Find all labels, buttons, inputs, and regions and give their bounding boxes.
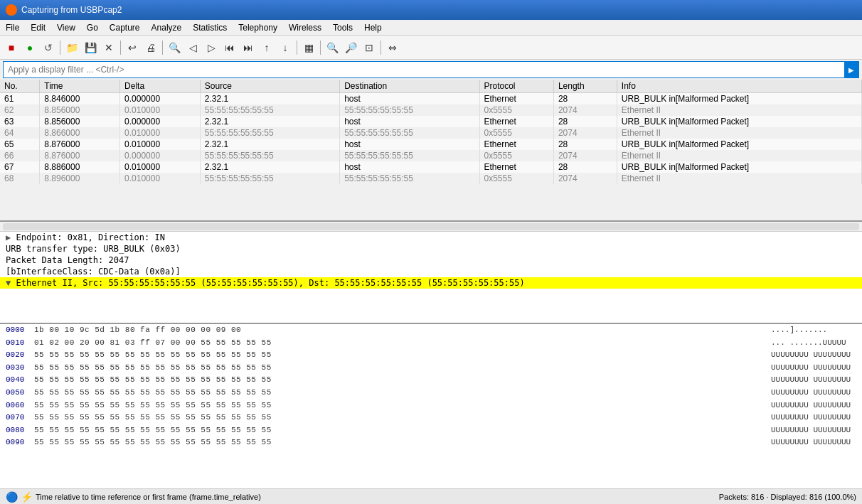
table-row[interactable]: 638.8560000.0000002.32.1hostEthernet28UR… [0,116,862,127]
hex-bytes: 55 55 55 55 55 55 55 55 55 55 55 55 55 5… [34,412,764,424]
close-file-btn[interactable]: ✕ [100,39,117,56]
hex-offset: 0050 [6,387,34,400]
toolbar-separator [120,41,121,55]
detail-text: Endpoint: 0x81, Direction: IN [16,232,165,242]
find-btn[interactable]: 🔍 [166,39,183,56]
hex-ascii: UUUUUUUU UUUUUUUU [771,436,856,449]
col-header-delta[interactable]: Delta [120,80,201,93]
detail-text: [bInterfaceClass: CDC-Data (0x0a)] [6,267,181,277]
detail-text: Ethernet II, Src: 55:55:55:55:55:55 (55:… [16,278,524,288]
zoom-in-btn[interactable]: 🔍 [324,39,341,56]
menu-item-tools[interactable]: Tools [327,21,358,34]
status-icon-expert[interactable]: ⚡ [21,491,33,503]
hex-ascii: UUUUUUUU UUUUUUUU [771,400,856,412]
col-header-length[interactable]: Length [553,80,617,93]
zoom-reset-btn[interactable]: ⊡ [361,39,378,56]
reload-btn[interactable]: ↩ [124,39,141,56]
hex-offset: 0060 [6,400,34,412]
open-file-btn[interactable]: 📁 [63,39,80,56]
menu-item-capture[interactable]: Capture [104,21,146,34]
table-row[interactable]: 618.8460000.0000002.32.1hostEthernet28UR… [0,93,862,105]
status-icon-profile[interactable]: 🔵 [6,491,18,503]
detail-expander: ▶ [6,232,16,242]
menu-item-go[interactable]: Go [81,21,104,34]
horizontal-scrollbar[interactable] [0,222,862,232]
hex-bytes: 55 55 55 55 55 55 55 55 55 55 55 55 55 5… [34,362,764,375]
hex-offset: 0000 [6,324,34,337]
table-row[interactable]: 648.8660000.01000055:55:55:55:55:5555:55… [0,127,862,139]
detail-row[interactable]: URB transfer type: URB_BULK (0x03) [0,243,862,254]
go-first-btn[interactable]: ⏮ [221,39,238,56]
detail-row[interactable]: ▼ Ethernet II, Src: 55:55:55:55:55:55 (5… [0,277,862,289]
hex-row: 003055 55 55 55 55 55 55 55 55 55 55 55 … [0,362,862,375]
col-header-info[interactable]: Info [617,80,861,93]
menu-item-help[interactable]: Help [358,21,388,34]
menu-item-edit[interactable]: Edit [25,21,51,34]
table-row[interactable]: 658.8760000.0100002.32.1hostEthernet28UR… [0,139,862,150]
hex-bytes: 55 55 55 55 55 55 55 55 55 55 55 55 55 5… [34,349,764,362]
packet-list-body[interactable]: 618.8460000.0000002.32.1hostEthernet28UR… [0,93,862,185]
hex-pane[interactable]: 00001b 00 10 9c 5d 1b 80 fa ff 00 00 00 … [0,324,862,488]
hex-offset: 0010 [6,337,34,350]
menu-item-wireless[interactable]: Wireless [283,21,327,34]
menu-item-view[interactable]: View [51,21,81,34]
hex-bytes: 1b 00 10 9c 5d 1b 80 fa ff 00 00 00 09 0… [34,324,764,337]
go-last-btn[interactable]: ⏭ [240,39,257,56]
menu-item-file[interactable]: File [0,21,25,34]
next-btn[interactable]: ▷ [203,39,220,56]
hex-row: 005055 55 55 55 55 55 55 55 55 55 55 55 … [0,387,862,400]
col-header-protocol[interactable]: Protocol [479,80,553,93]
save-file-btn[interactable]: 💾 [82,39,99,56]
col-header-no[interactable]: No. [0,80,40,93]
filter-bar[interactable]: ▶ [3,61,859,78]
hex-ascii: UUUUUUUU UUUUUUUU [771,412,856,424]
hex-bytes: 55 55 55 55 55 55 55 55 55 55 55 55 55 5… [34,436,764,449]
hex-row: 009055 55 55 55 55 55 55 55 55 55 55 55 … [0,436,862,449]
table-row[interactable]: 678.8860000.0100002.32.1hostEthernet28UR… [0,161,862,173]
hscroll-track[interactable] [3,223,859,230]
col-header-destination[interactable]: Destination [340,80,479,93]
col-header-time[interactable]: Time [40,80,120,93]
table-row[interactable]: 688.8960000.01000055:55:55:55:55:5555:55… [0,173,862,184]
menu-item-telephony[interactable]: Telephony [233,21,283,34]
hex-bytes: 55 55 55 55 55 55 55 55 55 55 55 55 55 5… [34,387,764,400]
prev-btn[interactable]: ◁ [184,39,201,56]
status-bar: 🔵 ⚡ Time relative to time reference or f… [0,488,862,504]
go-prev-btn[interactable]: ↑ [258,39,275,56]
zoom-out-btn[interactable]: 🔎 [342,39,359,56]
hex-offset: 0080 [6,424,34,437]
hex-ascii: UUUUUUUU UUUUUUUU [771,387,856,400]
detail-text: Packet Data Length: 2047 [6,255,129,265]
status-message: Time relative to time reference or first… [36,493,261,501]
menu-item-analyze[interactable]: Analyze [146,21,188,34]
start-capture-btn[interactable]: ● [21,39,38,56]
hex-ascii: ... .......UUUUU [771,337,856,350]
packet-list[interactable]: No.TimeDeltaSourceDestinationProtocolLen… [0,80,862,222]
menu-bar: FileEditViewGoCaptureAnalyzeStatisticsTe… [0,20,862,36]
filter-input[interactable] [4,65,844,75]
colorize-btn[interactable]: ▦ [300,39,317,56]
table-row[interactable]: 668.8760000.00000055:55:55:55:55:5555:55… [0,150,862,161]
detail-row[interactable]: ▶ Endpoint: 0x81, Direction: IN [0,232,862,243]
hex-row: 00001b 00 10 9c 5d 1b 80 fa ff 00 00 00 … [0,324,862,337]
table-row[interactable]: 628.8560000.01000055:55:55:55:55:5555:55… [0,104,862,116]
hex-row: 006055 55 55 55 55 55 55 55 55 55 55 55 … [0,400,862,412]
hex-offset: 0070 [6,412,34,424]
filter-arrow-btn[interactable]: ▶ [844,61,858,78]
hex-row: 002055 55 55 55 55 55 55 55 55 55 55 55 … [0,349,862,362]
menu-item-statistics[interactable]: Statistics [187,21,233,34]
go-next-btn[interactable]: ↓ [277,39,294,56]
detail-row[interactable]: [bInterfaceClass: CDC-Data (0x0a)] [0,266,862,277]
hex-bytes: 01 02 00 20 00 81 03 ff 07 00 00 55 55 5… [34,337,764,350]
restart-capture-btn[interactable]: ↺ [40,39,57,56]
toolbar-separator [381,41,381,55]
hex-ascii: ....]....... [771,324,856,337]
print-btn[interactable]: 🖨 [142,39,159,56]
col-header-source[interactable]: Source [200,80,339,93]
title-text: Capturing from USBPcap2 [21,5,122,15]
stop-capture-btn[interactable]: ■ [3,39,20,56]
resize-cols-btn[interactable]: ⇔ [384,39,401,56]
detail-row[interactable]: Packet Data Length: 2047 [0,254,862,266]
detail-text: URB transfer type: URB_BULK (0x03) [6,244,181,254]
detail-pane[interactable]: ▶ Endpoint: 0x81, Direction: IN URB tran… [0,232,862,324]
